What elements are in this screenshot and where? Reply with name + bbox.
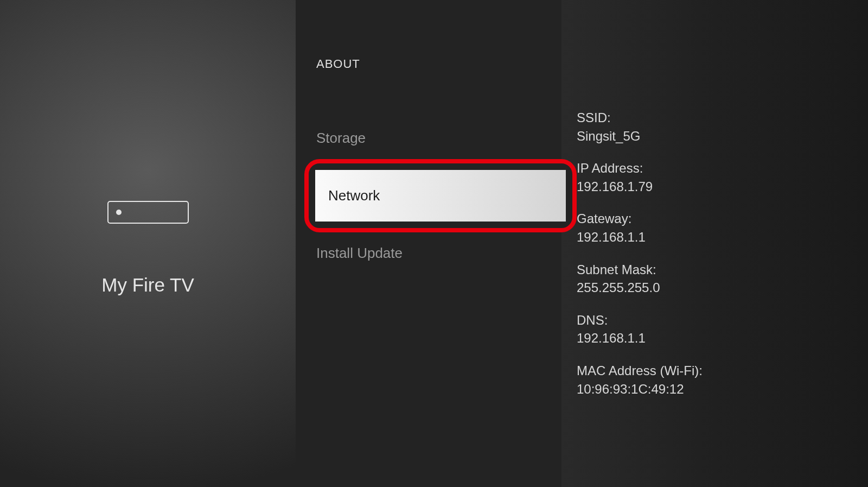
info-label-ip: IP Address: bbox=[577, 159, 868, 178]
info-value-ssid: Singsit_5G bbox=[577, 127, 868, 146]
info-dns: DNS: 192.168.1.1 bbox=[577, 311, 868, 347]
info-label-ssid: SSID: bbox=[577, 109, 868, 127]
info-value-ip: 192.168.1.79 bbox=[577, 178, 868, 196]
menu-item-network-highlight: Network bbox=[316, 159, 561, 232]
section-header-about: ABOUT bbox=[316, 57, 561, 71]
info-value-gateway: 192.168.1.1 bbox=[577, 228, 868, 246]
menu-item-install-update[interactable]: Install Update bbox=[316, 235, 561, 271]
highlight-annotation: Network bbox=[304, 159, 577, 232]
left-panel: My Fire TV bbox=[0, 0, 296, 487]
middle-panel: ABOUT Storage Network Install Update bbox=[296, 0, 561, 487]
info-value-subnet: 255.255.255.0 bbox=[577, 279, 868, 297]
info-mac-address: MAC Address (Wi-Fi): 10:96:93:1C:49:12 bbox=[577, 362, 868, 398]
info-ip-address: IP Address: 192.168.1.79 bbox=[577, 159, 868, 195]
about-menu-list: Storage Network Install Update bbox=[316, 120, 561, 271]
device-title: My Fire TV bbox=[101, 274, 194, 296]
info-label-subnet: Subnet Mask: bbox=[577, 261, 868, 279]
info-value-dns: 192.168.1.1 bbox=[577, 329, 868, 347]
menu-item-network[interactable]: Network bbox=[315, 170, 566, 222]
info-gateway: Gateway: 192.168.1.1 bbox=[577, 210, 868, 246]
info-subnet-mask: Subnet Mask: 255.255.255.0 bbox=[577, 261, 868, 297]
info-label-mac: MAC Address (Wi-Fi): bbox=[577, 362, 868, 380]
info-label-gateway: Gateway: bbox=[577, 210, 868, 228]
menu-item-storage[interactable]: Storage bbox=[316, 120, 561, 156]
info-ssid: SSID: Singsit_5G bbox=[577, 109, 868, 145]
info-value-mac: 10:96:93:1C:49:12 bbox=[577, 380, 868, 399]
firetv-device-icon bbox=[107, 201, 189, 224]
right-panel-details: SSID: Singsit_5G IP Address: 192.168.1.7… bbox=[561, 0, 868, 487]
info-label-dns: DNS: bbox=[577, 311, 868, 330]
